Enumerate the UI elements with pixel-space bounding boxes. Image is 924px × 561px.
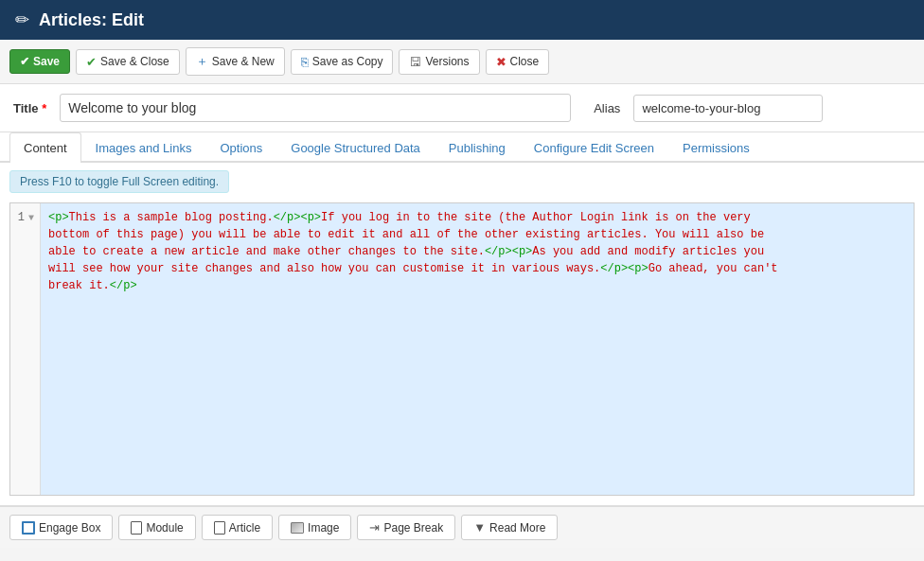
- title-row: Title * Alias: [0, 84, 924, 132]
- toolbar: ✔ Save ✔ Save & Close ＋ Save & New ⎘ Sav…: [0, 40, 924, 84]
- alias-input[interactable]: [633, 95, 823, 122]
- line-arrow-icon: ▼: [28, 211, 34, 225]
- save-copy-button[interactable]: ⎘ Save as Copy: [291, 49, 394, 75]
- page-break-icon: ⇥: [369, 520, 380, 535]
- save-check-icon: ✔: [20, 55, 29, 68]
- versions-icon: 🖫: [409, 55, 421, 69]
- article-icon: [214, 521, 225, 535]
- read-more-button[interactable]: ▼ Read More: [461, 515, 558, 540]
- close-button[interactable]: ✖ Close: [486, 49, 550, 75]
- tabs-bar: Content Images and Links Options Google …: [0, 132, 924, 163]
- tab-configure[interactable]: Configure Edit Screen: [520, 132, 668, 163]
- page-title: Articles: Edit: [39, 10, 144, 30]
- title-input[interactable]: [60, 94, 571, 122]
- code-editor: 1 ▼ <p>This is a sample blog posting.</p…: [9, 202, 915, 496]
- tab-options[interactable]: Options: [205, 132, 276, 163]
- tab-content[interactable]: Content: [9, 132, 81, 163]
- save-new-button[interactable]: ＋ Save & New: [186, 47, 285, 76]
- tab-publishing[interactable]: Publishing: [435, 132, 520, 163]
- tab-images[interactable]: Images and Links: [81, 132, 206, 163]
- title-label: Title *: [13, 101, 46, 115]
- tab-permissions[interactable]: Permissions: [668, 132, 764, 163]
- save-close-button[interactable]: ✔ Save & Close: [76, 49, 180, 75]
- alias-label: Alias: [594, 101, 620, 115]
- save-button[interactable]: ✔ Save: [9, 49, 70, 74]
- versions-button[interactable]: 🖫 Versions: [399, 49, 479, 75]
- page-header: ✏ Articles: Edit: [0, 0, 924, 40]
- edit-icon: ✏: [15, 9, 29, 30]
- image-icon: [291, 522, 304, 534]
- page-break-button[interactable]: ⇥ Page Break: [357, 515, 455, 540]
- engage-box-icon: [22, 521, 35, 535]
- engage-box-button[interactable]: Engage Box: [9, 515, 113, 540]
- line-number-1: 1 ▼: [18, 209, 34, 226]
- close-icon: ✖: [496, 55, 506, 69]
- save-close-icon: ✔: [86, 55, 97, 69]
- code-area[interactable]: <p>This is a sample blog posting.</p><p>…: [41, 203, 914, 495]
- save-copy-icon: ⎘: [301, 55, 309, 69]
- line-numbers: 1 ▼: [10, 203, 41, 495]
- required-marker: *: [42, 101, 46, 115]
- fullscreen-hint: Press F10 to toggle Full Screen editing.: [9, 170, 229, 193]
- save-new-icon: ＋: [196, 53, 208, 70]
- read-more-icon: ▼: [473, 520, 486, 535]
- tab-google[interactable]: Google Structured Data: [276, 132, 435, 163]
- insert-bar: Engage Box Module Article Image ⇥ Page B…: [0, 506, 924, 548]
- module-button[interactable]: Module: [118, 515, 195, 540]
- article-button[interactable]: Article: [202, 515, 273, 540]
- image-button[interactable]: Image: [278, 515, 351, 540]
- editor-container: Press F10 to toggle Full Screen editing.…: [0, 163, 924, 506]
- module-icon: [131, 521, 142, 535]
